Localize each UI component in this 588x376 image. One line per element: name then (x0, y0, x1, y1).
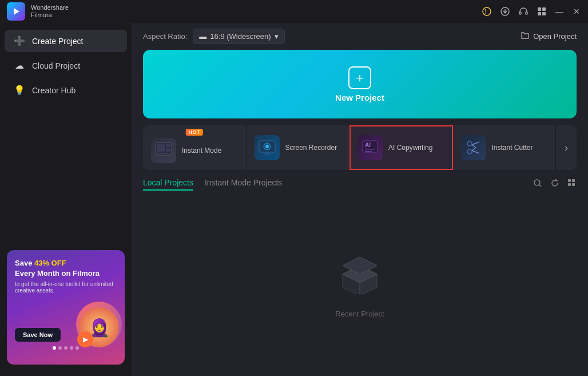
sidebar-item-create-project[interactable]: ➕ Create Project (5, 30, 127, 52)
brand-area: Wondershare Filmora (7, 2, 69, 21)
svg-point-18 (265, 145, 269, 148)
view-toggle-icon[interactable] (567, 179, 577, 190)
instant-mode-icon (151, 138, 176, 163)
logo-icon (7, 2, 25, 21)
ad-headline1: Save (15, 259, 34, 267)
svg-rect-23 (365, 151, 372, 152)
svg-rect-13 (166, 144, 170, 147)
ai-copywriting-label: AI Copywriting (388, 144, 432, 152)
feature-card-ai-copywriting[interactable]: AI AI Copywriting (349, 125, 453, 170)
svg-rect-22 (365, 149, 375, 150)
svg-line-27 (472, 151, 479, 153)
search-icon[interactable] (533, 179, 542, 190)
aspect-select-value: 16:9 (Widescreen) (210, 32, 271, 41)
sidebar-item-label-create: Create Project (32, 37, 83, 46)
screen-recorder-icon (255, 135, 280, 160)
svg-line-28 (472, 145, 476, 148)
svg-text:AI: AI (365, 142, 371, 148)
svg-rect-35 (572, 183, 575, 186)
empty-state: Recent Project (132, 196, 588, 376)
grid-icon[interactable] (537, 6, 547, 17)
more-feature-cards-button[interactable]: › (556, 125, 577, 170)
dot-3 (64, 346, 67, 350)
ad-sub: to get the all-in-one toolkit for unlimi… (15, 281, 117, 294)
instant-cutter-icon (461, 135, 486, 160)
close-button[interactable]: ✕ (572, 7, 581, 16)
ad-save-now-button[interactable]: Save Now (15, 328, 61, 342)
svg-rect-34 (568, 183, 571, 186)
aspect-chevron-icon: ▾ (275, 32, 279, 41)
feature-cards-row: HOT Instant Mode (143, 125, 577, 170)
svg-point-25 (467, 149, 472, 154)
hot-badge: HOT (186, 129, 204, 136)
empty-box-icon (337, 254, 383, 303)
sidebar-item-cloud-project[interactable]: ☁ Cloud Project (5, 54, 127, 77)
svg-rect-14 (166, 148, 170, 152)
screen-recorder-label: Screen Recorder (285, 144, 337, 152)
svg-rect-33 (572, 179, 575, 182)
svg-rect-15 (157, 153, 170, 154)
brand-text: Wondershare Filmora (31, 4, 69, 19)
sidebar-ad-card: Save 43% OFF Every Month on Filmora to g… (7, 250, 125, 365)
svg-rect-7 (538, 7, 541, 11)
dot-5 (76, 346, 79, 350)
sidebar-item-creator-hub[interactable]: 💡 Creator Hub (5, 79, 127, 101)
svg-rect-32 (568, 179, 571, 182)
svg-point-24 (467, 141, 472, 146)
tabs-right (533, 179, 577, 190)
svg-line-29 (472, 148, 476, 151)
aspect-select-dropdown[interactable]: ▬ 16:9 (Widescreen) ▾ (193, 29, 284, 44)
cloud-project-icon: ☁ (14, 60, 25, 71)
main-layout: ➕ Create Project ☁ Cloud Project 💡 Creat… (0, 23, 588, 376)
svg-rect-10 (542, 12, 546, 15)
creator-hub-icon: 💡 (14, 85, 25, 96)
ad-highlight: 43% OFF (34, 259, 66, 267)
headset-icon[interactable] (518, 6, 529, 17)
sidebar-item-label-hub: Creator Hub (32, 86, 76, 95)
ad-play-icon[interactable]: ▶ (77, 331, 93, 347)
svg-rect-6 (526, 12, 527, 14)
refresh-icon[interactable] (550, 179, 559, 190)
empty-label: Recent Project (335, 310, 384, 318)
svg-rect-9 (538, 12, 541, 15)
instant-mode-label: Instant Mode (182, 147, 221, 155)
new-project-plus-icon: ＋ (348, 66, 371, 89)
open-project-label: Open Project (533, 32, 577, 41)
titlebar-icons: ! — ✕ (482, 6, 581, 17)
tab-instant-mode-projects[interactable]: Instant Mode Projects (205, 178, 282, 191)
download-icon[interactable] (500, 6, 510, 17)
tab-local-projects[interactable]: Local Projects (143, 178, 193, 191)
content-area: Aspect Ratio: ▬ 16:9 (Widescreen) ▾ Open… (132, 23, 588, 376)
create-project-icon: ➕ (14, 35, 25, 46)
dot-4 (70, 346, 73, 350)
svg-text:!: ! (484, 9, 486, 15)
projects-tabs: Local Projects Instant Mode Projects (132, 178, 588, 191)
notification-icon[interactable]: ! (482, 6, 492, 17)
open-project-button[interactable]: Open Project (521, 31, 577, 42)
ai-copywriting-icon: AI (357, 135, 383, 160)
new-project-banner[interactable]: ＋ New Project (143, 50, 577, 118)
svg-rect-19 (264, 153, 271, 155)
svg-line-31 (539, 185, 541, 187)
instant-cutter-label: Instant Cutter (492, 144, 533, 152)
svg-rect-5 (519, 12, 521, 14)
svg-point-30 (534, 180, 540, 185)
sidebar: ➕ Create Project ☁ Cloud Project 💡 Creat… (0, 23, 132, 376)
brand-wondershare: Wondershare (31, 4, 69, 11)
tabs-left: Local Projects Instant Mode Projects (143, 178, 282, 191)
svg-rect-8 (542, 7, 546, 11)
svg-rect-12 (157, 144, 165, 152)
top-bar: Aspect Ratio: ▬ 16:9 (Widescreen) ▾ Open… (132, 23, 588, 50)
ad-headline2: Every Month on Filmora (15, 269, 100, 278)
feature-card-instant-cutter[interactable]: Instant Cutter (453, 125, 557, 170)
brand-filmora: Filmora (31, 11, 69, 19)
svg-line-26 (472, 142, 479, 145)
aspect-ratio-group: Aspect Ratio: ▬ 16:9 (Widescreen) ▾ (143, 29, 285, 44)
open-project-folder-icon (521, 31, 530, 42)
feature-card-screen-recorder[interactable]: Screen Recorder (247, 125, 350, 170)
minimize-button[interactable]: — (555, 7, 564, 16)
new-project-label: New Project (335, 93, 384, 102)
title-bar: Wondershare Filmora ! — ✕ (0, 0, 588, 23)
new-project-content: ＋ New Project (335, 66, 384, 102)
feature-card-instant-mode[interactable]: HOT Instant Mode (143, 125, 247, 170)
